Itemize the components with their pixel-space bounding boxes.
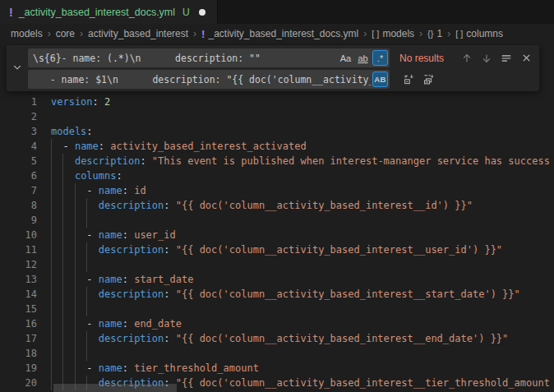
replace-icon bbox=[403, 73, 415, 85]
selection-icon bbox=[501, 53, 512, 64]
line-number: 20 bbox=[0, 376, 37, 390]
git-status-badge: U bbox=[182, 7, 190, 18]
breadcrumb-item[interactable]: [ ]models bbox=[372, 28, 414, 39]
breadcrumb-separator-icon: › bbox=[447, 28, 450, 39]
code-line: version: 2 bbox=[51, 95, 110, 109]
line-number: 16 bbox=[0, 316, 37, 331]
line-number: 13 bbox=[0, 272, 37, 287]
replace-all-icon bbox=[422, 73, 435, 85]
match-case-button[interactable]: Aa bbox=[338, 50, 353, 66]
breadcrumb-label: _activity_based_interest_docs.yml bbox=[208, 28, 358, 39]
code-line: description: "{{ doc('column__activity_b… bbox=[51, 198, 473, 213]
breadcrumb-label: models bbox=[382, 28, 414, 39]
find-row: \s{6}- name: (.*)\n description: "" Aa a… bbox=[28, 48, 534, 67]
preserve-case-button[interactable]: AB bbox=[372, 71, 388, 87]
replace-input[interactable]: - name: $1\n description: "{{ doc('colum… bbox=[28, 70, 390, 89]
breadcrumb-item[interactable]: core bbox=[56, 28, 75, 39]
symbol-object-icon: {} bbox=[427, 29, 433, 39]
previous-match-button[interactable] bbox=[459, 50, 475, 67]
line-number: 4 bbox=[0, 139, 37, 154]
breadcrumb-item[interactable]: {}1 bbox=[427, 28, 442, 39]
chevron-down-icon bbox=[12, 61, 22, 76]
line-number: 8 bbox=[0, 198, 37, 213]
whole-word-button[interactable]: ab bbox=[355, 50, 371, 66]
symbol-array-icon: [ ] bbox=[372, 29, 379, 39]
vscode-window: ! _activity_based_interest_docs.yml U mo… bbox=[0, 0, 554, 392]
line-number: 15 bbox=[0, 302, 37, 316]
replace-query-text: - name: $1\n description: "{{ doc('colum… bbox=[33, 74, 371, 85]
find-in-selection-button[interactable] bbox=[498, 50, 515, 67]
line-number: 17 bbox=[0, 331, 37, 346]
breadcrumb-separator-icon: › bbox=[363, 28, 367, 39]
find-status: No results bbox=[399, 53, 444, 64]
breadcrumb-item[interactable]: activity_based_interest bbox=[88, 28, 188, 39]
code-line: - name: start_date bbox=[51, 272, 193, 287]
breadcrumb-separator-icon: › bbox=[80, 28, 83, 39]
code-line: description: "This event is published wh… bbox=[51, 154, 550, 168]
breadcrumb-separator-icon: › bbox=[48, 28, 51, 39]
arrow-up-icon bbox=[461, 53, 473, 64]
find-input[interactable]: \s{6}- name: (.*)\n description: "" Aa a… bbox=[28, 48, 390, 67]
breadcrumb-label: 1 bbox=[436, 28, 442, 39]
code-line: - name: tier_threshold_amount bbox=[51, 361, 259, 376]
breadcrumb-separator-icon: › bbox=[419, 28, 422, 39]
code-line: - name: end_date bbox=[51, 316, 182, 331]
close-icon bbox=[521, 53, 532, 63]
code-editor[interactable]: 1234567891011121314151617181920 version:… bbox=[0, 44, 554, 392]
breadcrumb-label: columns bbox=[466, 28, 503, 39]
line-number: 18 bbox=[0, 346, 37, 361]
breadcrumb-label: models bbox=[11, 28, 43, 39]
line-number: 14 bbox=[0, 287, 37, 302]
replace-all-button[interactable] bbox=[420, 71, 436, 88]
breadcrumb-item[interactable]: !_activity_based_interest_docs.yml bbox=[201, 28, 358, 40]
breadcrumb: models›core›activity_based_interest›!_ac… bbox=[0, 24, 554, 44]
close-find-button[interactable] bbox=[518, 50, 534, 67]
toggle-replace-button[interactable] bbox=[7, 45, 28, 91]
line-number: 2 bbox=[0, 109, 37, 124]
breadcrumb-item[interactable]: models bbox=[11, 28, 43, 39]
line-number: 1 bbox=[0, 95, 37, 109]
find-query-text: \s{6}- name: (.*)\n description: "" bbox=[33, 53, 336, 64]
line-number: 10 bbox=[0, 228, 37, 242]
code-line: description: "{{ doc('column__activity_b… bbox=[51, 331, 508, 346]
line-number: 19 bbox=[0, 361, 37, 376]
line-number: 12 bbox=[0, 257, 37, 272]
line-number: 11 bbox=[0, 242, 37, 257]
code-line: models: bbox=[51, 124, 93, 139]
yaml-file-icon: ! bbox=[9, 6, 13, 19]
breadcrumb-label: activity_based_interest bbox=[88, 28, 188, 39]
code-line: - name: user_id bbox=[51, 228, 176, 242]
breadcrumb-label: core bbox=[56, 28, 75, 39]
horizontal-scrollbar[interactable] bbox=[53, 384, 177, 392]
breadcrumb-separator-icon: › bbox=[193, 28, 196, 39]
symbol-array-icon: [ ] bbox=[455, 29, 463, 39]
find-replace-widget: \s{6}- name: (.*)\n description: "" Aa a… bbox=[7, 45, 539, 91]
next-match-button[interactable] bbox=[478, 50, 495, 67]
line-number: 3 bbox=[0, 124, 37, 139]
code-line: - name: activity_based_interest_activate… bbox=[51, 139, 307, 154]
editor-tab[interactable]: ! _activity_based_interest_docs.yml U bbox=[0, 0, 218, 24]
replace-button[interactable] bbox=[400, 71, 417, 88]
code-line: description: "{{ doc('column__activity_b… bbox=[51, 242, 502, 257]
yaml-file-icon: ! bbox=[201, 28, 205, 40]
line-number: 7 bbox=[0, 183, 37, 198]
regex-button[interactable]: .* bbox=[372, 50, 388, 66]
modified-dot-icon[interactable] bbox=[199, 9, 205, 16]
line-number: 5 bbox=[0, 154, 37, 168]
breadcrumb-item[interactable]: [ ]columns bbox=[455, 28, 503, 39]
code-line: description: "{{ doc('column__activity_b… bbox=[51, 287, 520, 302]
line-number: 6 bbox=[0, 168, 37, 183]
replace-row: - name: $1\n description: "{{ doc('colum… bbox=[28, 70, 534, 89]
arrow-down-icon bbox=[481, 53, 492, 64]
code-line: columns: bbox=[51, 168, 122, 183]
tab-bar: ! _activity_based_interest_docs.yml U bbox=[0, 0, 554, 24]
code-line: - name: id bbox=[51, 183, 146, 198]
line-number: 9 bbox=[0, 213, 37, 228]
tab-filename: _activity_based_interest_docs.yml bbox=[19, 7, 175, 18]
